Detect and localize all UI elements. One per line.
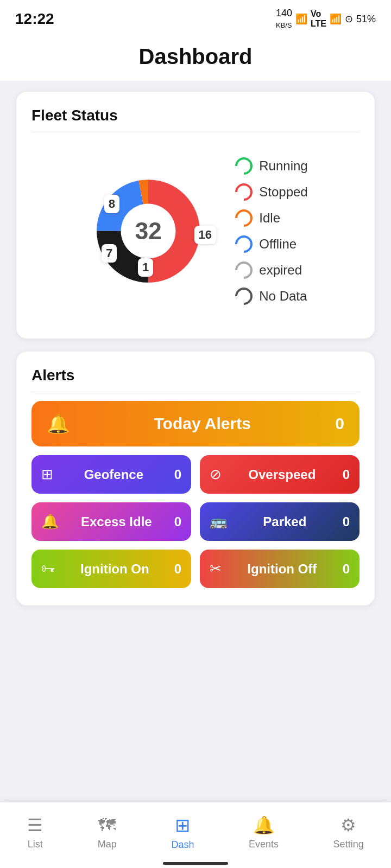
- geofence-button[interactable]: ⊞ Geofence 0: [31, 455, 191, 494]
- fleet-status-title: Fleet Status: [31, 107, 360, 132]
- excess-idle-icon: 🔔: [41, 513, 59, 530]
- expired-icon: [232, 258, 256, 282]
- idle-label: Idle: [259, 210, 280, 226]
- offline-icon: [232, 232, 256, 256]
- setting-icon: ⚙: [340, 815, 356, 835]
- parked-count: 0: [343, 514, 350, 529]
- status-icons: 140KB/S 📶 VoLTE 📶 ⊙ 51%: [276, 8, 376, 30]
- legend-running: Running: [235, 157, 307, 175]
- excess-idle-label: Excess Idle: [65, 514, 168, 529]
- nodata-label: No Data: [259, 289, 307, 304]
- running-label: Running: [259, 158, 307, 174]
- nav-events[interactable]: 🔔 Events: [240, 810, 287, 854]
- overspeed-label: Overspeed: [228, 467, 336, 482]
- bottom-nav: ☰ List 🗺 Map ⊞ Dash 🔔 Events ⚙ Setting: [0, 802, 391, 868]
- battery-percent: 51%: [356, 14, 376, 25]
- legend-nodata: No Data: [235, 288, 307, 305]
- ignition-on-label: Ignition On: [62, 561, 168, 577]
- nav-spacer: [16, 618, 375, 662]
- fleet-status-card: Fleet Status: [16, 92, 375, 339]
- list-label: List: [28, 839, 43, 850]
- nav-setting[interactable]: ⚙ Setting: [325, 810, 373, 854]
- stopped-icon: [232, 180, 256, 204]
- donut-chart: 32 8 16 7 1: [83, 166, 213, 296]
- ignition-off-button[interactable]: ✂ Ignition Off 0: [200, 550, 360, 588]
- ignition-off-label: Ignition Off: [228, 561, 336, 577]
- donut-total: 32: [135, 218, 162, 245]
- offline-label: Offline: [259, 237, 297, 252]
- ignition-off-count: 0: [343, 561, 350, 577]
- ignition-on-button[interactable]: 🗝 Ignition On 0: [31, 550, 191, 588]
- seg-label-running: 16: [194, 226, 216, 244]
- legend-offline: Offline: [235, 235, 307, 253]
- wifi-icon: 📶: [295, 13, 307, 25]
- list-icon: ☰: [27, 815, 43, 835]
- today-alerts-label: Today Alerts: [79, 414, 325, 433]
- expired-label: expired: [259, 263, 302, 278]
- alerts-body: 🔔 Today Alerts 0 ⊞ Geofence 0 ⊘ Overspee…: [31, 401, 360, 588]
- battery-icon: ⊙: [345, 13, 353, 25]
- geofence-icon: ⊞: [41, 466, 53, 483]
- geofence-count: 0: [174, 467, 181, 482]
- status-time: 12:22: [15, 10, 54, 28]
- data-speed: 140KB/S: [276, 8, 292, 30]
- parked-label: Parked: [234, 514, 336, 529]
- nodata-icon: [232, 284, 256, 308]
- page-title: Dashboard: [0, 44, 391, 69]
- legend-expired: expired: [235, 261, 307, 279]
- legend-stopped: Stopped: [235, 183, 307, 201]
- today-alerts-icon: 🔔: [47, 413, 70, 435]
- overspeed-icon: ⊘: [210, 466, 222, 483]
- events-label: Events: [249, 839, 279, 850]
- main-content: Fleet Status: [0, 81, 391, 673]
- excess-idle-button[interactable]: 🔔 Excess Idle 0: [31, 502, 191, 541]
- signal-icon: 📶: [330, 13, 342, 25]
- map-label: Map: [98, 839, 117, 850]
- setting-label: Setting: [333, 839, 364, 850]
- app-header: Dashboard: [0, 35, 391, 81]
- fleet-legend: Running Stopped Idle Offline expired: [235, 157, 307, 305]
- ignition-on-count: 0: [174, 561, 181, 577]
- lte-icon: VoLTE: [311, 9, 326, 29]
- excess-idle-count: 0: [174, 514, 181, 529]
- ignition-on-icon: 🗝: [41, 560, 55, 577]
- alerts-title: Alerts: [31, 367, 360, 392]
- alerts-card: Alerts 🔔 Today Alerts 0 ⊞ Geofence 0 ⊘ O…: [16, 352, 375, 605]
- overspeed-count: 0: [343, 467, 350, 482]
- today-alerts-count: 0: [335, 414, 344, 433]
- dash-label: Dash: [171, 839, 194, 851]
- stopped-label: Stopped: [259, 184, 307, 200]
- idle-icon: [232, 206, 256, 230]
- nav-map[interactable]: 🗺 Map: [89, 811, 125, 854]
- home-indicator: [163, 862, 228, 865]
- dash-icon: ⊞: [175, 814, 190, 836]
- alert-grid: ⊞ Geofence 0 ⊘ Overspeed 0 🔔 Excess Idle…: [31, 455, 360, 588]
- seg-label-nodata: 8: [104, 195, 119, 213]
- seg-label-idle: 1: [138, 258, 153, 277]
- ignition-off-icon: ✂: [210, 560, 222, 577]
- fleet-body: 32 8 16 7 1 Running Stopped: [31, 141, 360, 321]
- map-icon: 🗺: [98, 815, 116, 835]
- nav-dash[interactable]: ⊞ Dash: [162, 810, 203, 855]
- running-icon: [232, 154, 256, 178]
- today-alerts-button[interactable]: 🔔 Today Alerts 0: [31, 401, 360, 446]
- events-icon: 🔔: [253, 815, 275, 835]
- seg-label-offline: 7: [102, 244, 117, 263]
- status-bar: 12:22 140KB/S 📶 VoLTE 📶 ⊙ 51%: [0, 0, 391, 35]
- parked-button[interactable]: 🚌 Parked 0: [200, 502, 360, 541]
- parked-icon: 🚌: [210, 513, 227, 530]
- overspeed-button[interactable]: ⊘ Overspeed 0: [200, 455, 360, 494]
- nav-list[interactable]: ☰ List: [18, 810, 52, 854]
- legend-idle: Idle: [235, 209, 307, 227]
- geofence-label: Geofence: [60, 467, 168, 482]
